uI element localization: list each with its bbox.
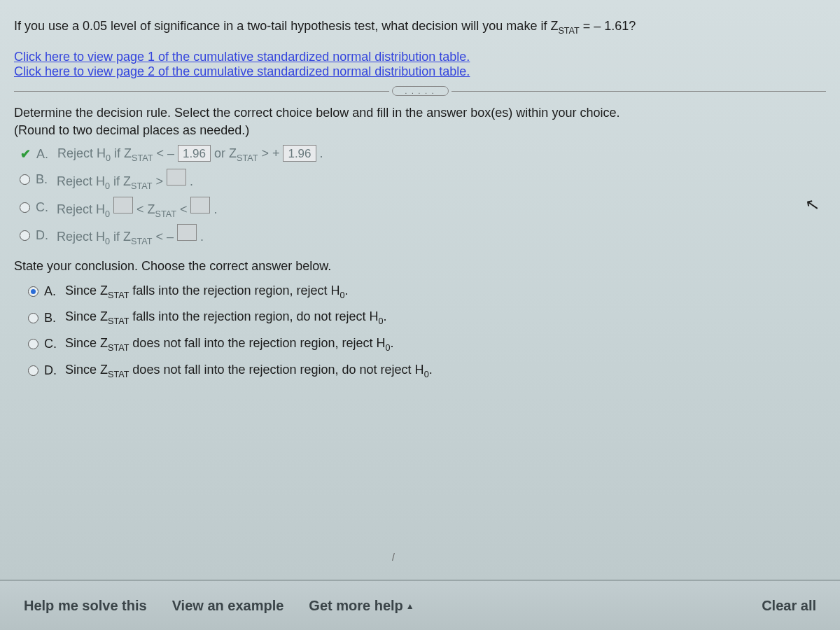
- conclusion-b-text: Since ZSTAT falls into the rejection reg…: [65, 309, 387, 326]
- input-d[interactable]: [177, 224, 197, 241]
- divider-line-left: [14, 91, 389, 92]
- input-c-upper[interactable]: [190, 197, 210, 214]
- stray-mark: /: [392, 552, 395, 563]
- get-more-help-button[interactable]: Get more help▲: [309, 598, 414, 614]
- option-c-row[interactable]: C. Reject H0 < ZSTAT < .: [20, 197, 826, 219]
- option-a-text: Reject H0 if ZSTAT < – 1.96 or ZSTAT > +…: [57, 145, 323, 163]
- radio-conclusion-c[interactable]: [28, 339, 38, 349]
- conclusion-a-text: Since ZSTAT falls into the rejection reg…: [65, 284, 349, 300]
- input-b[interactable]: [167, 169, 186, 186]
- zstat-sub: STAT: [558, 26, 579, 36]
- link-table-page1[interactable]: Click here to view page 1 of the cumulat…: [14, 50, 470, 64]
- caret-up-icon: ▲: [406, 601, 414, 611]
- view-example-button[interactable]: View an example: [172, 598, 284, 614]
- help-me-solve-button[interactable]: Help me solve this: [24, 598, 147, 614]
- option-a-letter: A.: [36, 147, 52, 162]
- option-d-row[interactable]: D. Reject H0 if ZSTAT < – .: [20, 224, 826, 246]
- radio-conclusion-a[interactable]: [28, 286, 38, 297]
- radio-c[interactable]: [20, 202, 30, 213]
- option-c-text: Reject H0 < ZSTAT < .: [57, 197, 217, 219]
- option-d-text: Reject H0 if ZSTAT < – .: [57, 224, 204, 246]
- divider-pill[interactable]: . . . . .: [392, 86, 449, 96]
- option-b-letter: B.: [36, 172, 51, 187]
- input-a-lower[interactable]: 1.96: [178, 145, 211, 162]
- divider-line-right: [451, 91, 827, 92]
- option-a-row[interactable]: ✔ A. Reject H0 if ZSTAT < – 1.96 or ZSTA…: [20, 145, 826, 163]
- divider-dots: . . . . .: [405, 88, 435, 95]
- radio-b[interactable]: [20, 174, 30, 185]
- conclusion-c-text: Since ZSTAT does not fall into the rejec…: [65, 336, 394, 353]
- conclusion-d-row[interactable]: D. Since ZSTAT does not fall into the re…: [28, 363, 826, 379]
- clear-all-button[interactable]: Clear all: [762, 598, 816, 614]
- conclusion-d-text: Since ZSTAT does not fall into the rejec…: [65, 363, 433, 379]
- conclusion-a-letter: A.: [44, 284, 59, 299]
- conclusion-c-letter: C.: [44, 337, 59, 351]
- radio-conclusion-b[interactable]: [28, 313, 38, 323]
- conclusion-options: A. Since ZSTAT falls into the rejection …: [28, 284, 826, 379]
- instruction-decision-rule: Determine the decision rule. Select the …: [14, 106, 826, 120]
- option-b-row[interactable]: B. Reject H0 if ZSTAT > .: [20, 169, 826, 191]
- option-d-letter: D.: [36, 228, 51, 243]
- radio-d[interactable]: [20, 230, 30, 241]
- decision-rule-options: ✔ A. Reject H0 if ZSTAT < – 1.96 or ZSTA…: [20, 145, 826, 246]
- prompt-text: If you use a 0.05 level of significance …: [14, 19, 558, 33]
- instruction-rounding: (Round to two decimal places as needed.): [14, 123, 826, 138]
- conclusion-c-row[interactable]: C. Since ZSTAT does not fall into the re…: [28, 336, 826, 353]
- link-table-page2[interactable]: Click here to view page 2 of the cumulat…: [14, 64, 470, 78]
- question-prompt: If you use a 0.05 level of significance …: [14, 17, 826, 37]
- section-divider: . . . . .: [14, 86, 826, 96]
- conclusion-a-row[interactable]: A. Since ZSTAT falls into the rejection …: [28, 284, 826, 300]
- prompt-suffix: = – 1.61?: [580, 19, 636, 33]
- conclusion-heading: State your conclusion. Choose the correc…: [14, 259, 826, 274]
- radio-conclusion-d[interactable]: [28, 365, 38, 376]
- conclusion-d-letter: D.: [44, 363, 59, 378]
- conclusion-b-letter: B.: [44, 311, 59, 326]
- conclusion-b-row[interactable]: B. Since ZSTAT falls into the rejection …: [28, 309, 826, 326]
- input-c-lower[interactable]: [113, 197, 133, 214]
- checkmark-icon: ✔: [20, 148, 31, 160]
- input-a-upper[interactable]: 1.96: [283, 145, 316, 162]
- get-more-help-label: Get more help: [309, 598, 402, 613]
- option-c-letter: C.: [36, 200, 51, 215]
- option-b-text: Reject H0 if ZSTAT > .: [57, 169, 193, 191]
- bottom-toolbar: Help me solve this View an example Get m…: [0, 580, 840, 630]
- table-links: Click here to view page 1 of the cumulat…: [14, 50, 826, 79]
